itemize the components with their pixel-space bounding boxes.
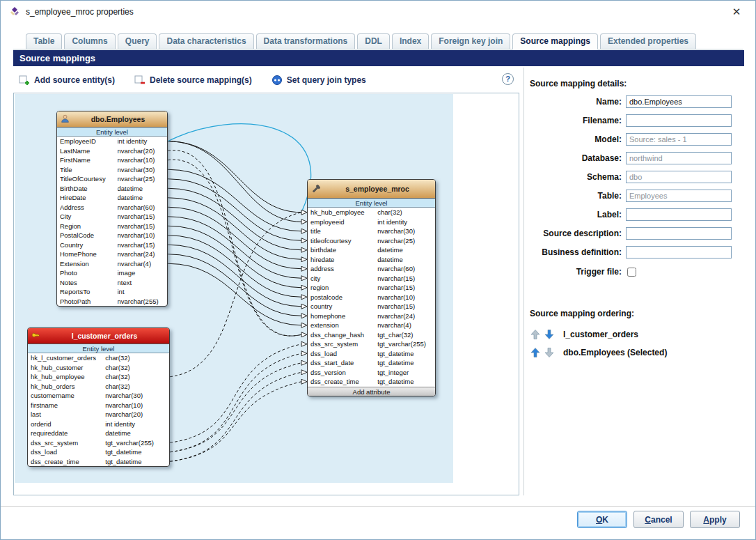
ordering-label: l_customer_orders [563, 330, 638, 339]
down-arrow-icon[interactable] [544, 329, 555, 340]
entity-row[interactable]: countrynvarchar(15) [308, 302, 435, 311]
down-arrow-icon[interactable] [544, 347, 555, 358]
entity-row[interactable]: hk_hub_orderschar(32) [28, 382, 169, 392]
field-input-table[interactable] [626, 190, 732, 202]
app-icon [9, 6, 20, 17]
entity-row[interactable]: dss_create_timetgt_datetime [28, 457, 169, 467]
ok-button[interactable]: OK [577, 511, 627, 528]
attribute-type: char(32) [105, 382, 166, 392]
field-input-name[interactable] [626, 95, 732, 108]
entity-row[interactable]: PostalCodenvarchar(10) [57, 231, 167, 240]
field-input-sourcedescription[interactable] [626, 227, 732, 240]
entity-row[interactable]: PhotoPathnvarchar(255) [57, 297, 167, 307]
tab-data-characteristics[interactable]: Data characteristics [159, 33, 253, 49]
close-button[interactable]: ✕ [726, 6, 747, 18]
entity-row[interactable]: Citynvarchar(15) [57, 212, 167, 222]
cancel-button[interactable]: Cancel [633, 511, 684, 528]
entity-row[interactable]: orderidint identity [28, 419, 169, 429]
entity-row[interactable]: dss_create_timetgt_datetime [308, 377, 435, 387]
entity-row[interactable]: Extensionnvarchar(4) [57, 259, 167, 269]
add-source-entity-button[interactable]: Add source entity(s) [19, 75, 115, 86]
tab-ddl[interactable]: DDL [357, 33, 390, 49]
add-attribute-button[interactable]: Add attribute [308, 387, 435, 396]
entity-row[interactable]: regionnvarchar(15) [308, 283, 435, 293]
field-row: Table: [530, 190, 746, 202]
entity-header[interactable]: dbo.Employees [57, 111, 167, 128]
entity-row[interactable]: dss_change_hashtgt_char(32) [308, 330, 435, 340]
field-input-filename[interactable] [626, 114, 732, 127]
apply-button[interactable]: Apply [690, 511, 740, 528]
attribute-type: tgt_integer [377, 368, 432, 378]
field-input-schema[interactable] [626, 171, 732, 183]
entity-row[interactable]: HomePhonenvarchar(24) [57, 249, 167, 259]
entity-row[interactable]: firstnamenvarchar(10) [28, 401, 169, 410]
mapping-canvas[interactable]: dbo.Employees Entity level EmployeeIDint… [15, 94, 453, 483]
entity-row[interactable]: FirstNamenvarchar(10) [57, 155, 167, 165]
entity-row[interactable]: HireDatedatetime [57, 193, 167, 203]
field-label: Filename: [530, 116, 622, 125]
attribute-type: int [118, 287, 165, 297]
entity-header[interactable]: l_customer_orders [28, 328, 169, 344]
entity-row[interactable]: TitleOfCourtesynvarchar(25) [57, 174, 167, 184]
entity-row[interactable]: dss_versiontgt_integer [308, 368, 435, 378]
entity-row[interactable]: LastNamenvarchar(20) [57, 146, 167, 156]
tab-columns[interactable]: Columns [64, 33, 115, 49]
entity-row[interactable]: BirthDatedatetime [57, 184, 167, 194]
tab-extended-properties[interactable]: Extended properties [600, 33, 696, 49]
attribute-name: customername [31, 391, 105, 401]
entity-s-employee-mroc[interactable]: s_employee_mroc Entity level hk_hub_empl… [307, 179, 436, 396]
delete-source-mapping-button[interactable]: Delete source mapping(s) [134, 75, 252, 86]
entity-row[interactable]: titleofcourtesynvarchar(25) [308, 236, 435, 246]
entity-row[interactable]: extensionnvarchar(4) [308, 321, 435, 330]
trigger-file-checkbox[interactable] [627, 268, 636, 277]
field-input-businessdefinition[interactable] [626, 246, 732, 259]
entity-l-customer-orders[interactable]: l_customer_orders Entity level hk_l_cust… [27, 327, 170, 467]
entity-header[interactable]: s_employee_mroc [308, 180, 435, 199]
entity-row[interactable]: dss_loadtgt_datetime [28, 447, 169, 457]
entity-row[interactable]: requireddatedatetime [28, 429, 169, 438]
tab-query[interactable]: Query [118, 33, 157, 49]
entity-row[interactable]: employeeidint identity [308, 217, 435, 227]
tab-index[interactable]: Index [392, 33, 429, 49]
entity-row[interactable]: Countrynvarchar(15) [57, 240, 167, 250]
entity-row[interactable]: dss_src_systemtgt_varchar(255) [308, 339, 435, 349]
entity-row[interactable]: hk_hub_employeechar(32) [308, 208, 435, 217]
entity-row[interactable]: Addressnvarchar(60) [57, 203, 167, 213]
entity-row[interactable]: customernamenvarchar(30) [28, 391, 169, 401]
entity-row[interactable]: postalcodenvarchar(10) [308, 293, 435, 302]
tab-data-transformations[interactable]: Data transformations [256, 33, 356, 49]
entity-row[interactable]: birthdatedatetime [308, 245, 435, 255]
tab-foreign-key-join[interactable]: Foreign key join [431, 33, 510, 49]
entity-row[interactable]: homephonenvarchar(24) [308, 311, 435, 321]
entity-row[interactable]: Photoimage [57, 268, 167, 278]
entity-row[interactable]: EmployeeIDint identity [57, 137, 167, 146]
field-input-model[interactable] [626, 133, 732, 146]
entity-row[interactable]: hk_hub_employeechar(32) [28, 372, 169, 382]
entity-row[interactable]: Notesntext [57, 278, 167, 288]
entity-row[interactable]: addressnvarchar(60) [308, 264, 435, 274]
tab-table[interactable]: Table [26, 33, 62, 49]
entity-row[interactable]: dss_loadtgt_datetime [308, 349, 435, 359]
entity-row[interactable]: Titlenvarchar(30) [57, 165, 167, 175]
tab-source-mappings[interactable]: Source mappings [512, 33, 598, 49]
set-query-join-types-button[interactable]: Set query join types [271, 75, 366, 86]
entity-row[interactable]: titlenvarchar(30) [308, 226, 435, 236]
entity-dbo-employees[interactable]: dbo.Employees Entity level EmployeeIDint… [56, 111, 168, 307]
entity-row[interactable]: ReportsToint [57, 287, 167, 297]
field-input-label[interactable] [626, 208, 732, 221]
up-arrow-icon[interactable] [530, 329, 541, 340]
entity-row[interactable]: citynvarchar(15) [308, 274, 435, 284]
attribute-name: address [310, 264, 377, 274]
entity-row[interactable]: dss_src_systemtgt_varchar(255) [28, 438, 169, 448]
entity-row[interactable]: dss_start_datetgt_datetime [308, 358, 435, 368]
entity-row[interactable]: hiredatedatetime [308, 255, 435, 265]
entity-row[interactable]: lastnvarchar(20) [28, 410, 169, 419]
up-arrow-icon[interactable] [530, 347, 541, 358]
entity-row[interactable]: hk_l_customer_orderschar(32) [28, 353, 169, 363]
entity-rows: hk_hub_employeechar(32)employeeidint ide… [308, 208, 435, 387]
attribute-name: firstname [31, 401, 105, 410]
help-icon[interactable]: ? [502, 73, 514, 85]
entity-row[interactable]: hk_hub_customerchar(32) [28, 363, 169, 373]
field-input-database[interactable] [626, 152, 732, 164]
entity-row[interactable]: Regionnvarchar(15) [57, 222, 167, 231]
